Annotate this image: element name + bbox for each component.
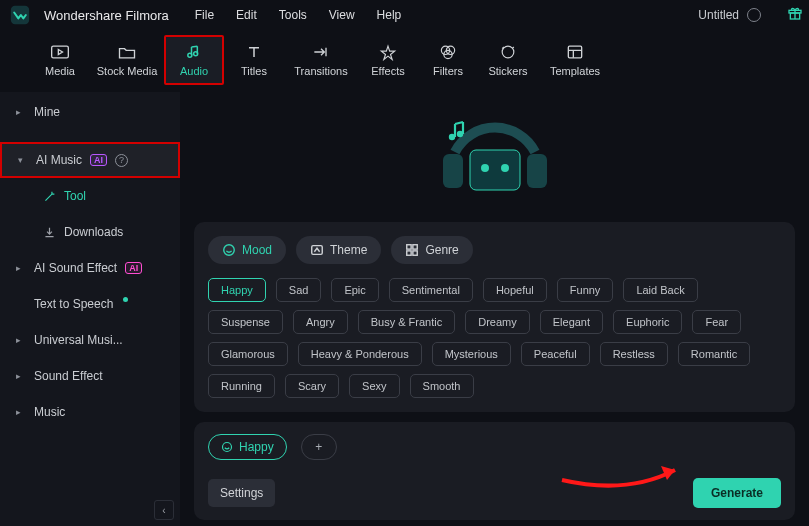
toolbar-titles[interactable]: Titles (224, 35, 284, 85)
generate-panel: Happy + Settings Generate (194, 422, 795, 520)
sidebar-item-music[interactable]: ▸ Music (0, 394, 180, 430)
svg-point-17 (456, 131, 462, 137)
sidebar-item-ai-music[interactable]: ▾ AI Music AI ? (0, 142, 180, 178)
svg-rect-22 (407, 251, 411, 255)
add-tag-button[interactable]: + (301, 434, 337, 460)
svg-point-15 (501, 164, 509, 172)
svg-point-24 (223, 443, 232, 452)
mood-chip-restless[interactable]: Restless (600, 342, 668, 366)
sidebar-item-downloads[interactable]: Downloads (0, 214, 180, 250)
svg-point-5 (194, 52, 198, 56)
app-name-label: Wondershare Filmora (44, 8, 169, 23)
generate-button[interactable]: Generate (693, 478, 781, 508)
category-tabs: Mood Theme Genre (208, 236, 781, 264)
sidebar-item-tool[interactable]: Tool (0, 178, 180, 214)
svg-rect-12 (443, 154, 463, 188)
new-dot-icon (123, 297, 128, 302)
mood-chip-epic[interactable]: Epic (331, 278, 378, 302)
sidebar-item-sound-effect[interactable]: ▸ Sound Effect (0, 358, 180, 394)
mood-chip-laid-back[interactable]: Laid Back (623, 278, 697, 302)
logo-icon (10, 5, 30, 25)
menu-bar: File Edit Tools View Help (195, 8, 402, 22)
title-bar: Wondershare Filmora File Edit Tools View… (0, 0, 809, 30)
chevron-right-icon: ▸ (16, 263, 26, 273)
svg-rect-21 (413, 245, 417, 249)
download-icon (42, 225, 56, 239)
menu-tools[interactable]: Tools (279, 8, 307, 22)
toolbar-media[interactable]: Media (30, 35, 90, 85)
mood-chip-hopeful[interactable]: Hopeful (483, 278, 547, 302)
sidebar-item-mine[interactable]: ▸ Mine (0, 94, 180, 130)
svg-rect-19 (312, 246, 323, 255)
selected-mood-tag[interactable]: Happy (208, 434, 287, 460)
hero-illustration (180, 92, 809, 222)
toolbar-templates[interactable]: Templates (538, 35, 612, 85)
mood-chip-sentimental[interactable]: Sentimental (389, 278, 473, 302)
mood-chip-heavy-ponderous[interactable]: Heavy & Ponderous (298, 342, 422, 366)
chevron-right-icon: ▸ (16, 335, 26, 345)
svg-rect-20 (407, 245, 411, 249)
mood-chip-smooth[interactable]: Smooth (410, 374, 474, 398)
mood-chip-glamorous[interactable]: Glamorous (208, 342, 288, 366)
svg-point-18 (224, 245, 235, 256)
tab-theme[interactable]: Theme (296, 236, 381, 264)
help-icon[interactable]: ? (115, 154, 128, 167)
main-toolbar: Media Stock Media Audio Titles Transitio… (0, 30, 809, 92)
svg-point-16 (448, 134, 454, 140)
svg-rect-23 (413, 251, 417, 255)
svg-rect-10 (568, 46, 581, 58)
mood-chip-dreamy[interactable]: Dreamy (465, 310, 530, 334)
menu-file[interactable]: File (195, 8, 214, 22)
sidebar-collapse-button[interactable]: ‹ (154, 500, 174, 520)
mood-chip-scary[interactable]: Scary (285, 374, 339, 398)
mood-chip-angry[interactable]: Angry (293, 310, 348, 334)
mood-chip-elegant[interactable]: Elegant (540, 310, 603, 334)
toolbar-effects[interactable]: Effects (358, 35, 418, 85)
mood-chip-funny[interactable]: Funny (557, 278, 614, 302)
sidebar-item-universal-music[interactable]: ▸ Universal Musi... (0, 322, 180, 358)
tab-genre[interactable]: Genre (391, 236, 472, 264)
mood-chip-sad[interactable]: Sad (276, 278, 322, 302)
content-area: Mood Theme Genre HappySadEpicSentimental… (180, 92, 809, 526)
sidebar: ▸ Mine ▾ AI Music AI ? Tool Downloads ▸ … (0, 92, 180, 526)
svg-rect-13 (527, 154, 547, 188)
mood-chip-peaceful[interactable]: Peaceful (521, 342, 590, 366)
svg-point-9 (502, 46, 514, 58)
mood-chip-suspense[interactable]: Suspense (208, 310, 283, 334)
sidebar-item-text-to-speech[interactable]: Text to Speech (0, 286, 180, 322)
gift-icon[interactable] (787, 5, 803, 25)
toolbar-transitions[interactable]: Transitions (284, 35, 358, 85)
toolbar-stock-media[interactable]: Stock Media (90, 35, 164, 85)
project-title[interactable]: Untitled (698, 8, 739, 22)
sidebar-item-ai-sound-effect[interactable]: ▸ AI Sound Effect AI (0, 250, 180, 286)
tab-mood[interactable]: Mood (208, 236, 286, 264)
toolbar-audio[interactable]: Audio (164, 35, 224, 85)
menu-edit[interactable]: Edit (236, 8, 257, 22)
cloud-sync-icon[interactable] (747, 8, 761, 22)
mood-panel: Mood Theme Genre HappySadEpicSentimental… (194, 222, 795, 412)
toolbar-filters[interactable]: Filters (418, 35, 478, 85)
mood-chip-euphoric[interactable]: Euphoric (613, 310, 682, 334)
mood-chips: HappySadEpicSentimentalHopefulFunnyLaid … (208, 278, 781, 398)
toolbar-stickers[interactable]: Stickers (478, 35, 538, 85)
svg-rect-3 (52, 46, 69, 58)
app-logo: Wondershare Filmora (10, 5, 169, 25)
mood-chip-running[interactable]: Running (208, 374, 275, 398)
mood-chip-fear[interactable]: Fear (692, 310, 741, 334)
mood-chip-busy-frantic[interactable]: Busy & Frantic (358, 310, 456, 334)
wand-icon (42, 189, 56, 203)
menu-view[interactable]: View (329, 8, 355, 22)
settings-button[interactable]: Settings (208, 479, 275, 507)
mood-chip-happy[interactable]: Happy (208, 278, 266, 302)
svg-rect-11 (470, 150, 520, 190)
mood-chip-mysterious[interactable]: Mysterious (432, 342, 511, 366)
svg-point-4 (188, 53, 192, 57)
ai-badge-icon: AI (125, 262, 142, 274)
svg-point-14 (481, 164, 489, 172)
mood-chip-romantic[interactable]: Romantic (678, 342, 750, 366)
chevron-right-icon: ▸ (16, 407, 26, 417)
menu-help[interactable]: Help (377, 8, 402, 22)
chevron-right-icon: ▸ (16, 371, 26, 381)
mood-chip-sexy[interactable]: Sexy (349, 374, 399, 398)
chevron-down-icon: ▾ (18, 155, 28, 165)
